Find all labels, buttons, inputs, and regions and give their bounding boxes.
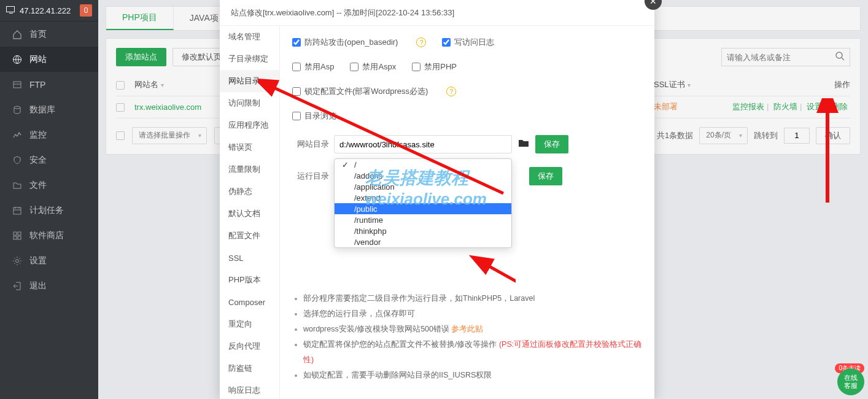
site-dir-input[interactable] (334, 135, 512, 153)
modal-side-item[interactable]: 响应日志 (220, 379, 279, 399)
modal-title: 站点修改[trx.weixiaolive.com] -- 添加时间[2022-1… (220, 0, 654, 26)
dropdown-option[interactable]: /public (335, 203, 511, 214)
site-modal: ✕ 站点修改[trx.weixiaolive.com] -- 添加时间[2022… (220, 0, 654, 399)
save-run-dir-button[interactable]: 保存 (529, 167, 562, 185)
modal-side-item[interactable]: Composer (220, 291, 279, 313)
help-icon[interactable]: ? (446, 87, 456, 96)
write-log-checkbox[interactable]: 写访问日志 (442, 37, 494, 48)
ban-aspx-checkbox[interactable]: 禁用Aspx (350, 61, 396, 72)
run-dir-dropdown[interactable]: //addons/application/extend/public/runti… (334, 158, 512, 248)
dropdown-option[interactable]: /vendor (335, 236, 511, 247)
note-item: 锁定配置将保护您的站点配置文件不被替换/修改等操作 (PS:可通过面板修改配置并… (303, 337, 642, 368)
dropdown-option[interactable]: /extend (335, 192, 511, 203)
modal-side-item[interactable]: 流量限制 (220, 158, 279, 180)
modal-side-item[interactable]: 配置文件 (220, 225, 279, 247)
ban-php-checkbox[interactable]: 禁用PHP (412, 61, 457, 72)
dropdown-option[interactable]: /runtime (335, 214, 511, 225)
open-basedir-checkbox[interactable]: 防跨站攻击(open_basedir) (292, 37, 398, 48)
modal-content: 防跨站攻击(open_basedir) ? 写访问日志 禁用Asp 禁用Aspx… (280, 26, 654, 399)
note-item: 部分程序需要指定二级目录作为运行目录，如ThinkPHP5，Laravel (303, 291, 642, 306)
modal-side-item[interactable]: 伪静态 (220, 180, 279, 203)
modal-side-item[interactable]: 重定向 (220, 313, 279, 335)
modal-side-item[interactable]: 访问限制 (220, 92, 279, 114)
modal-side-item[interactable]: 域名管理 (220, 26, 279, 48)
modal-side-item[interactable]: 应用程序池 (220, 114, 279, 136)
modal-side-item[interactable]: 错误页 (220, 136, 279, 158)
dropdown-option[interactable]: /application (335, 181, 511, 192)
site-dir-label: 网站目录 (292, 139, 329, 150)
modal-side-item[interactable]: 防盗链 (220, 357, 279, 379)
modal-side-item[interactable]: 子目录绑定 (220, 48, 279, 70)
folder-icon[interactable] (518, 139, 529, 150)
dropdown-option[interactable]: /addons (335, 170, 511, 181)
modal-side-item[interactable]: 默认文档 (220, 203, 279, 225)
note-item: wordpress安装/修改模块导致网站500错误 参考此贴 (303, 322, 642, 337)
save-site-dir-button[interactable]: 保存 (535, 135, 568, 153)
dropdown-option[interactable]: /thinkphp (335, 225, 511, 236)
support-button[interactable]: 在线 客服 (837, 368, 864, 395)
ban-asp-checkbox[interactable]: 禁用Asp (292, 61, 334, 72)
help-icon[interactable]: ? (416, 37, 426, 47)
note-link[interactable]: 参考此贴 (451, 325, 483, 333)
modal-side-item[interactable]: 网站目录 (220, 70, 279, 92)
lock-conf-checkbox[interactable]: 锁定配置文件(部署Wordpress必选) (292, 86, 428, 97)
modal-side-item[interactable]: SSL (220, 247, 279, 269)
note-item: 如锁定配置，需要手动删除网站目录的IIS_IUSRS权限 (303, 368, 642, 383)
note-item: 选择您的运行目录，点保存即可 (303, 306, 642, 322)
modal-sidebar: 域名管理子目录绑定网站目录访问限制应用程序池错误页流量限制伪静态默认文档配置文件… (220, 26, 280, 399)
modal-side-item[interactable]: 反向代理 (220, 335, 279, 357)
dir-browse-checkbox[interactable]: 目录浏览 (292, 110, 336, 122)
modal-side-item[interactable]: PHP版本 (220, 269, 279, 291)
run-dir-label: 运行目录 (292, 171, 329, 182)
notes-list: 部分程序需要指定二级目录作为运行目录，如ThinkPHP5，Laravel选择您… (292, 291, 642, 383)
dropdown-option[interactable]: / (335, 159, 511, 170)
